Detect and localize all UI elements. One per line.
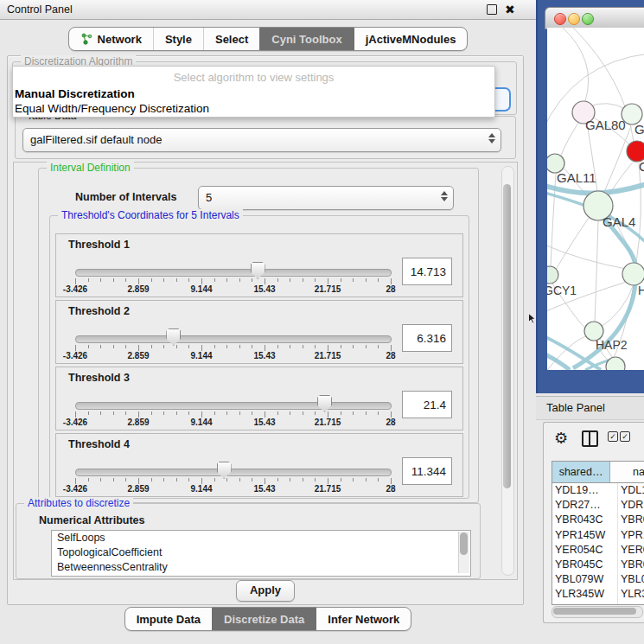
network-node-label: GAL80 (585, 118, 626, 132)
tab-network[interactable]: Network (69, 28, 153, 50)
cell-shared-name[interactable]: YER054C (552, 543, 618, 558)
cell-shared-name[interactable]: YLR345W (552, 587, 618, 602)
table-horizontal-scrollbar[interactable] (552, 606, 643, 618)
network-window-titlebar[interactable] (545, 7, 644, 29)
table-data-selected-value: galFiltered.sif default node (30, 133, 162, 146)
attribute-list-item[interactable]: BetweennessCentrality (52, 560, 470, 575)
network-node-label: H (638, 284, 644, 297)
gear-icon[interactable]: ⚙ (554, 429, 568, 448)
cell-name[interactable]: YBR0 (618, 513, 644, 527)
control-panel-title: Control Panel (7, 0, 73, 19)
tab-discretize-data[interactable]: Discretize Data (212, 608, 316, 630)
cell-name[interactable]: YBL0 (618, 572, 644, 587)
cell-shared-name[interactable]: YDL19… (552, 483, 618, 498)
cell-name[interactable]: YIL0 (618, 603, 644, 606)
close-icon[interactable]: ✖ (505, 1, 515, 18)
threshold-box-4: Threshold 4-3.4262.8599.14415.4321.71528… (55, 433, 463, 497)
cell-name[interactable]: YBR0 (618, 558, 644, 572)
numerical-attributes-label: Numerical Attributes (39, 514, 144, 526)
number-of-intervals-label: Number of Intervals (75, 191, 176, 203)
tab-cyni-toolbox[interactable]: Cyni Toolbox (259, 28, 353, 50)
number-of-intervals-value: 5 (206, 191, 212, 204)
attributes-group: Attributes to discretize Numerical Attri… (16, 503, 481, 579)
tab-impute-data-label: Impute Data (137, 613, 201, 626)
tab-jactivemnodules-label: jActiveMNodules (366, 33, 456, 46)
cell-shared-name[interactable]: YPR145W (552, 528, 618, 543)
threshold-value-field[interactable]: 11.344 (402, 457, 452, 485)
tab-style[interactable]: Style (153, 28, 203, 50)
settings-vertical-scrollbar[interactable] (501, 166, 514, 576)
table-data-combobox[interactable]: galFiltered.sif default node (22, 128, 501, 152)
number-of-intervals-combobox[interactable]: 5 (198, 186, 454, 210)
tab-impute-data[interactable]: Impute Data (125, 608, 212, 630)
table-row[interactable]: YLR345WYLR3 (552, 587, 644, 602)
threshold-label: Threshold 2 (68, 305, 130, 317)
table-row[interactable]: YBL079WYBL0 (552, 572, 644, 587)
attributes-list-scrollbar[interactable] (458, 532, 469, 573)
cell-name[interactable]: YER0 (618, 543, 644, 558)
zoom-traffic-light[interactable] (582, 13, 594, 25)
checkbox-checked-icon[interactable]: ✓ (608, 431, 618, 442)
network-node-label: C (639, 159, 644, 174)
column-header-name[interactable]: na (610, 462, 644, 482)
cell-shared-name[interactable]: YBR045C (552, 558, 618, 572)
threshold-slider-track[interactable] (75, 335, 392, 343)
table-row[interactable]: YBR045CYBR0 (552, 558, 644, 572)
cell-name[interactable]: YPR1 (618, 528, 644, 543)
tab-jactivemnodules[interactable]: jActiveMNodules (354, 28, 468, 50)
tab-style-label: Style (165, 33, 192, 46)
tab-select[interactable]: Select (203, 28, 259, 50)
threshold-slider-track[interactable] (75, 469, 392, 476)
checkbox-checked-icon[interactable]: ✓ (620, 431, 630, 442)
close-traffic-light[interactable] (554, 13, 566, 25)
cell-shared-name[interactable]: YDR27… (552, 498, 618, 513)
attribute-list-item[interactable]: TopologicalCoefficient (52, 545, 470, 560)
slider-tick-labels: -3.4262.8599.14415.4321.71528 (75, 351, 391, 361)
threshold-slider-thumb[interactable] (166, 328, 181, 346)
table-panel: ⚙ ✓ ✓ shared… na YDL19…YDL1YDR27…YDR2YBR… (543, 422, 644, 623)
table-row[interactable]: YDL19…YDL1 (552, 483, 644, 498)
float-window-icon[interactable] (487, 4, 497, 15)
threshold-value-field[interactable]: 14.713 (402, 258, 452, 285)
tab-infer-network-label: Infer Network (328, 613, 399, 626)
cell-name[interactable]: YLR3 (618, 587, 644, 602)
table-row[interactable]: YBR043CYBR0 (552, 513, 644, 527)
tab-infer-network[interactable]: Infer Network (316, 608, 411, 630)
algorithm-placeholder-option[interactable]: Select algorithm to view settings (13, 67, 494, 86)
control-panel: Control Panel ✖ Network Style Select (0, 0, 536, 644)
threshold-slider-thumb[interactable] (251, 262, 265, 279)
threshold-slider-thumb[interactable] (317, 395, 332, 412)
algorithm-option-equal-width[interactable]: Equal Width/Frequency Discretization (13, 101, 494, 116)
cell-shared-name[interactable]: YBR043C (552, 513, 618, 527)
table-row[interactable]: YDR27…YDR2 (552, 498, 644, 513)
threshold-slider-track[interactable] (75, 269, 392, 277)
node-table-header: shared… na (552, 462, 644, 483)
cell-name[interactable]: YDR2 (618, 498, 644, 513)
threshold-value-field[interactable]: 6.316 (402, 324, 452, 352)
cell-shared-name[interactable]: YBL079W (552, 572, 618, 587)
table-row[interactable]: YER054CYER0 (552, 543, 644, 558)
table-panel-toolbar: ⚙ ✓ ✓ (544, 423, 644, 456)
column-header-shared-name[interactable]: shared… (552, 462, 610, 482)
threshold-box-3: Threshold 3-3.4262.8599.14415.4321.71528… (55, 367, 463, 430)
cell-shared-name[interactable]: YIL052C (552, 603, 618, 606)
minimize-traffic-light[interactable] (568, 13, 580, 25)
threshold-value-field[interactable]: 21.4 (402, 391, 452, 418)
columns-icon[interactable] (582, 430, 598, 447)
network-node[interactable] (622, 263, 644, 285)
threshold-slider-track[interactable] (75, 402, 392, 410)
cell-name[interactable]: YDL1 (618, 483, 644, 498)
numerical-attributes-list[interactable]: SelfLoopsTopologicalCoefficientBetweenne… (51, 530, 471, 577)
apply-button[interactable]: Apply (236, 580, 295, 602)
combo-stepper-icon (488, 133, 495, 143)
tab-cyni-toolbox-label: Cyni Toolbox (271, 33, 341, 46)
threshold-slider-thumb[interactable] (217, 462, 232, 479)
table-row[interactable]: YIL052CYIL0 (552, 603, 644, 606)
table-row[interactable]: YPR145WYPR1 (552, 528, 644, 543)
checkbox-icons[interactable]: ✓ ✓ (608, 431, 630, 442)
network-canvas[interactable]: GAL80GACGAL11GAL4HGCY1HAP2 (547, 28, 644, 370)
algorithm-option-manual[interactable]: Manual Discretization (13, 86, 494, 101)
attribute-list-item[interactable]: SelfLoops (52, 531, 470, 545)
table-panel-header: Table Panel (536, 396, 644, 420)
network-node-label: GAL4 (603, 214, 635, 229)
